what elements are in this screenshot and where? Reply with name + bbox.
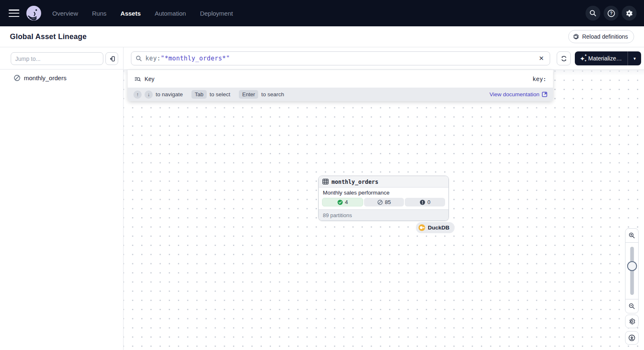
asset-filter-input[interactable]: key:"*monthly_orders*" ✕ bbox=[131, 51, 550, 65]
reload-definitions-label: Reload definitions bbox=[582, 33, 628, 40]
unpartitioned-status-icon bbox=[14, 74, 21, 81]
asset-node-description: Monthly sales performance bbox=[319, 188, 448, 197]
partitions-count-label: 89 partitions bbox=[323, 212, 352, 218]
nav-item-deployment[interactable]: Deployment bbox=[200, 10, 233, 17]
page-header: Global Asset Lineage Reload definitions bbox=[0, 26, 644, 47]
jump-to-input[interactable] bbox=[11, 52, 103, 65]
sparkle-icon: ✦✦✦ bbox=[580, 56, 585, 62]
filter-query-text: key:"*monthly_orders*" bbox=[145, 55, 230, 62]
arrow-down-key-icon: ↓ bbox=[145, 90, 153, 99]
top-navigation-bar: Overview Runs Assets Automation Deployme… bbox=[0, 0, 644, 26]
asset-node-monthly-orders[interactable]: monthly_orders Monthly sales performance… bbox=[318, 176, 449, 221]
failed-count: 0 bbox=[427, 199, 430, 205]
slash-circle-icon bbox=[377, 199, 383, 205]
clear-filter-icon[interactable]: ✕ bbox=[537, 54, 546, 63]
gear-icon bbox=[625, 9, 633, 17]
collapse-sidebar-button[interactable] bbox=[105, 52, 118, 65]
asset-node-header: monthly_orders bbox=[319, 176, 448, 188]
suggestion-syntax-hint: key: bbox=[532, 76, 546, 82]
zoom-slider[interactable] bbox=[625, 242, 638, 299]
hint-search: to search bbox=[261, 91, 284, 97]
nav-item-assets[interactable]: Assets bbox=[121, 10, 141, 17]
external-link-icon bbox=[542, 92, 547, 97]
help-button[interactable]: ? bbox=[604, 6, 618, 21]
dagster-logo[interactable] bbox=[26, 5, 42, 21]
primary-nav-links: Overview Runs Assets Automation Deployme… bbox=[52, 10, 233, 17]
lineage-graph-canvas[interactable]: key:"*monthly_orders*" ✕ ✦✦✦ Materialize… bbox=[124, 47, 644, 350]
tab-key-chip: Tab bbox=[191, 90, 207, 99]
materialize-button[interactable]: ✦✦✦ Materialize… bbox=[575, 51, 628, 65]
zoom-out-icon bbox=[628, 303, 635, 310]
help-icon: ? bbox=[607, 9, 615, 17]
asset-lineage-sidebar: monthly_orders bbox=[0, 47, 124, 350]
zoom-in-icon bbox=[628, 232, 635, 239]
filter-attribute-icon bbox=[134, 76, 141, 82]
zoom-out-button[interactable] bbox=[625, 299, 638, 313]
refresh-icon bbox=[560, 55, 567, 62]
hint-select: to select bbox=[210, 91, 230, 97]
nav-item-runs[interactable]: Runs bbox=[92, 10, 107, 17]
recenter-icon bbox=[628, 334, 635, 341]
storage-kind-badge: DuckDB bbox=[416, 222, 455, 233]
view-documentation-label: View documentation bbox=[490, 91, 539, 97]
recenter-graph-button[interactable] bbox=[625, 331, 639, 345]
graph-settings-button[interactable] bbox=[625, 315, 639, 328]
refresh-graph-button[interactable] bbox=[557, 51, 571, 65]
materialize-dropdown-button[interactable]: ▾ bbox=[628, 51, 641, 65]
chevron-down-icon: ▾ bbox=[634, 56, 636, 61]
global-search-button[interactable] bbox=[586, 6, 600, 21]
suggestion-row-key[interactable]: Key key: bbox=[128, 70, 553, 88]
asset-node-partitions-footer: 89 partitions bbox=[319, 209, 448, 220]
materialized-count: 4 bbox=[345, 199, 348, 205]
reload-icon bbox=[573, 33, 579, 40]
suggestion-label: Key bbox=[145, 76, 154, 82]
asset-node-title: monthly_orders bbox=[331, 178, 378, 185]
settings-button[interactable] bbox=[622, 6, 637, 21]
nav-item-overview[interactable]: Overview bbox=[52, 10, 78, 17]
collapse-panel-icon bbox=[109, 56, 115, 62]
zoom-slider-handle[interactable] bbox=[627, 261, 637, 271]
filter-query-prefix: key: bbox=[145, 55, 161, 62]
table-icon bbox=[322, 178, 329, 185]
storage-kind-label: DuckDB bbox=[428, 225, 450, 231]
search-icon bbox=[589, 9, 597, 17]
materialize-split-button: ✦✦✦ Materialize… ▾ bbox=[575, 51, 641, 65]
failed-partitions-pill: 0 bbox=[405, 198, 445, 206]
check-circle-icon bbox=[337, 199, 343, 205]
zoom-in-button[interactable] bbox=[625, 229, 638, 242]
sidebar-asset-label: monthly_orders bbox=[24, 74, 66, 81]
missing-partitions-pill: 85 bbox=[364, 198, 404, 206]
search-hints-bar: ↑ ↓ to navigate Tab to select Enter to s… bbox=[128, 88, 553, 101]
enter-key-chip: Enter bbox=[239, 90, 258, 99]
nav-item-automation[interactable]: Automation bbox=[155, 10, 186, 17]
materialized-partitions-pill: 4 bbox=[322, 198, 363, 206]
graph-toolbar-strip: key:"*monthly_orders*" ✕ ✦✦✦ Materialize… bbox=[124, 47, 644, 70]
hint-navigate: to navigate bbox=[156, 91, 183, 97]
arrow-up-key-icon: ↑ bbox=[133, 90, 142, 99]
exclamation-circle-icon bbox=[420, 199, 425, 205]
sidebar-asset-row[interactable]: monthly_orders bbox=[0, 70, 123, 81]
page-title: Global Asset Lineage bbox=[10, 32, 86, 41]
search-suggestions-dropdown: Key key: ↑ ↓ to navigate Tab to select E… bbox=[128, 70, 553, 101]
sidebar-toolbar bbox=[0, 47, 123, 70]
hamburger-menu-icon[interactable] bbox=[9, 9, 19, 17]
view-documentation-link[interactable]: View documentation bbox=[490, 91, 547, 97]
search-icon bbox=[135, 55, 142, 62]
reload-definitions-button[interactable]: Reload definitions bbox=[568, 30, 634, 43]
materialize-label: Materialize… bbox=[588, 55, 622, 62]
partition-status-pills: 4 85 0 bbox=[319, 197, 448, 209]
zoom-control-widget bbox=[625, 228, 639, 313]
duckdb-icon bbox=[418, 224, 425, 231]
filter-query-value: "*monthly_orders*" bbox=[161, 55, 230, 62]
svg-text:?: ? bbox=[610, 11, 612, 16]
missing-count: 85 bbox=[385, 199, 391, 205]
gear-icon bbox=[628, 318, 635, 325]
top-nav-actions: ? bbox=[586, 6, 637, 21]
